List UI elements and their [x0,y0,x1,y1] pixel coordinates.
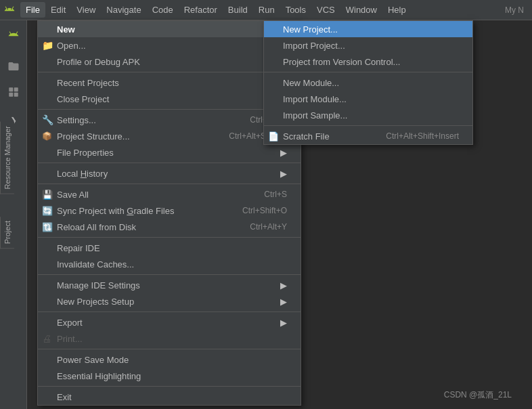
menu-item-power-save[interactable]: Power Save Mode [38,351,301,368]
svg-rect-1 [14,87,18,91]
menu-item-save-all[interactable]: 💾 Save All Ctrl+S [38,186,301,202]
menu-item-essential-highlighting[interactable]: Essential Highlighting [38,368,301,384]
new-projects-arrow-icon: ▶ [280,297,287,307]
menu-item-export[interactable]: Export ▶ [38,314,301,330]
settings-icon: 🔧 [42,114,53,125]
menu-window[interactable]: Window [340,2,382,18]
open-icon: 📁 [42,40,53,51]
menu-item-recent[interactable]: Recent Projects ▶ [38,74,301,91]
menu-item-project-structure[interactable]: 📦 Project Structure... Ctrl+Alt+Shift+S [38,128,301,144]
menu-help[interactable]: Help [382,2,412,18]
file-menu: New ▶ 📁 Open... Profile or Debug APK Rec… [37,20,301,406]
project-tab[interactable]: Project [0,217,14,249]
menu-view[interactable]: View [71,2,101,18]
submenu-item-project-from-vcs[interactable]: Project from Version Control... [264,53,472,70]
menubar: File Edit View Navigate Code Refactor Bu… [0,0,532,20]
svg-rect-2 [9,93,13,97]
submenu-separator-2 [264,125,472,126]
submenu-item-import-project[interactable]: Import Project... [264,37,472,53]
menu-item-print[interactable]: 🖨 Print... [38,330,301,347]
separator-9 [38,386,301,387]
menu-run[interactable]: Run [253,2,280,18]
submenu-item-import-sample[interactable]: Import Sample... [264,107,472,123]
menu-item-invalidate[interactable]: Invalidate Caches... [38,256,301,272]
menu-item-settings[interactable]: 🔧 Settings... Ctrl+Alt+S [38,112,301,128]
separator-8 [38,349,301,349]
menu-item-close[interactable]: Close Project [38,91,301,107]
menu-code[interactable]: Code [147,2,179,18]
sidebar-icon-folder[interactable] [1,54,26,79]
save-all-icon: 💾 [42,190,53,200]
separator-4 [38,184,301,184]
menu-item-repair[interactable]: Repair IDE [38,240,301,256]
menu-item-exit[interactable]: Exit [38,389,301,405]
menubar-right-text: My N [505,5,529,15]
separator-7 [38,311,301,312]
manage-ide-arrow-icon: ▶ [280,280,287,290]
menu-vcs[interactable]: VCS [311,2,340,18]
menu-item-profile-debug[interactable]: Profile or Debug APK [38,53,301,70]
menu-build[interactable]: Build [223,2,253,18]
menu-item-new-projects-setup[interactable]: New Projects Setup ▶ [38,293,301,309]
app-logo [3,3,16,17]
separator-2 [38,109,301,110]
menu-refactor[interactable]: Refactor [179,2,223,18]
left-sidebar: ❯ [0,20,27,409]
menu-item-sync-gradle[interactable]: 🔄 Sync Project with Gradle Files Ctrl+Sh… [38,202,301,219]
reload-icon: 🔃 [42,222,53,232]
menu-item-file-properties[interactable]: File Properties ▶ [38,144,301,160]
file-props-arrow-icon: ▶ [280,148,287,158]
print-icon: 🖨 [42,333,51,344]
menu-item-open[interactable]: 📁 Open... [38,37,301,53]
resource-manager-tab[interactable]: Resource Manager [0,122,14,194]
menu-navigate[interactable]: Navigate [101,2,146,18]
watermark-text: CSDN @孤酒_21L [444,389,512,401]
submenu-item-new-project[interactable]: New Project... [264,21,472,37]
menu-item-local-history[interactable]: Local History ▶ [38,165,301,181]
menu-item-new[interactable]: New ▶ [38,21,301,37]
sync-gradle-icon: 🔄 [42,206,53,216]
menu-item-manage-ide[interactable]: Manage IDE Settings ▶ [38,277,301,293]
submenu-item-import-module[interactable]: Import Module... [264,91,472,107]
menu-edit[interactable]: Edit [45,2,71,18]
separator-3 [38,163,301,163]
separator-1 [38,72,301,72]
sidebar-icon-android[interactable] [1,23,26,47]
svg-rect-3 [14,93,18,97]
separator-6 [38,274,301,275]
scratch-file-icon: 📄 [268,131,279,142]
export-arrow-icon: ▶ [280,318,287,328]
submenu-separator-1 [264,72,472,72]
sidebar-icon-structure[interactable] [1,80,26,104]
separator-5 [38,237,301,238]
new-submenu: New Project... Import Project... Project… [263,20,473,145]
menu-item-reload[interactable]: 🔃 Reload All from Disk Ctrl+Alt+Y [38,219,301,235]
submenu-item-new-module[interactable]: New Module... [264,74,472,91]
menu-tools[interactable]: Tools [280,2,311,18]
menu-file[interactable]: File [20,2,45,18]
local-history-arrow-icon: ▶ [280,169,287,179]
svg-rect-0 [9,87,13,91]
project-structure-icon: 📦 [42,131,52,141]
submenu-item-scratch-file[interactable]: 📄 Scratch File Ctrl+Alt+Shift+Insert [264,128,472,144]
